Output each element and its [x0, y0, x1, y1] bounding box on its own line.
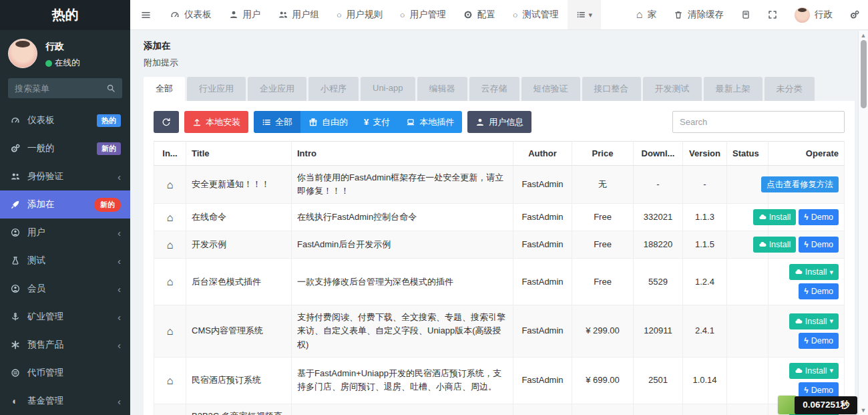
sidebar-item-badge: 新的: [94, 198, 121, 212]
nav-link-配置[interactable]: 配置: [455, 0, 504, 29]
user-avatar[interactable]: [8, 39, 37, 68]
sidebar-item-测试[interactable]: 测试‹: [0, 247, 130, 275]
tab-最新上架[interactable]: 最新上架: [704, 77, 763, 101]
filter-button-支付[interactable]: ¥支付: [356, 111, 398, 133]
demo-button[interactable]: ϟDemo: [799, 237, 839, 253]
demo-button[interactable]: ϟDemo: [799, 209, 839, 225]
tab-编辑器[interactable]: 编辑器: [417, 77, 467, 101]
tabs-menu-button[interactable]: ▾: [568, 0, 602, 29]
row-author: FastAdmin: [513, 357, 572, 404]
home-icon[interactable]: ⌂: [167, 213, 174, 223]
local-install-button[interactable]: 本地安装: [184, 111, 248, 133]
sidebar-item-身份验证[interactable]: 身份验证‹: [0, 162, 130, 190]
column-header-Intro[interactable]: Intro: [292, 142, 513, 166]
tab-接口整合[interactable]: 接口整合: [582, 77, 641, 101]
column-header-Downl...[interactable]: Downl...: [634, 142, 683, 166]
local-install-label: 本地安装: [206, 116, 240, 128]
column-header-Version[interactable]: Version: [683, 142, 727, 166]
table-search-input[interactable]: [680, 117, 837, 127]
table-row: ⌂开发示例FastAdmin后台开发示例FastAdminFree1882201…: [154, 231, 845, 259]
demo-button[interactable]: ϟDemo: [799, 283, 839, 299]
tab-云存储[interactable]: 云存储: [469, 77, 519, 101]
sidebar-item-基金管理[interactable]: ◐基金管理‹: [0, 387, 130, 415]
adjust-icon: ◐: [9, 396, 21, 406]
clear-cache-button[interactable]: 清除缓存: [665, 0, 732, 29]
filter-button-本地插件[interactable]: 本地插件: [398, 111, 462, 133]
sidebar-search-input[interactable]: [15, 84, 106, 94]
column-header-Price[interactable]: Price: [572, 142, 634, 166]
filter-button-全部[interactable]: 全部: [254, 111, 300, 133]
plugin-table: In...TitleIntroAuthorPriceDownl...Versio…: [154, 141, 845, 415]
cloud-download-icon: [758, 213, 767, 221]
scrollbar-thumb[interactable]: [861, 40, 867, 108]
sidebar-item-矿业管理[interactable]: 矿业管理‹: [0, 303, 130, 331]
vertical-scrollbar[interactable]: ▲ ▼: [858, 31, 868, 415]
docs-button[interactable]: [732, 0, 759, 29]
home-icon[interactable]: ⌂: [167, 240, 174, 251]
row-status: [727, 357, 769, 404]
row-version: 2.4.1: [683, 305, 727, 357]
column-header-Status[interactable]: Status: [727, 142, 769, 166]
sidebar-item-添加在[interactable]: 添加在新的: [0, 190, 130, 219]
leaf-icon[interactable]: [778, 396, 797, 414]
profile-menu[interactable]: 行政: [786, 0, 841, 29]
sidebar-item-label: 用户: [27, 227, 45, 239]
column-header-Title[interactable]: Title: [186, 142, 292, 166]
user-panel: 行政 在线的: [0, 30, 130, 76]
column-header-Author[interactable]: Author: [513, 142, 572, 166]
search-icon[interactable]: [106, 84, 116, 93]
scroll-up-icon[interactable]: ▲: [859, 31, 868, 39]
tab-企业应用[interactable]: 企业应用: [248, 77, 306, 101]
home-icon[interactable]: ⌂: [167, 326, 174, 337]
home-icon[interactable]: ⌂: [167, 277, 174, 287]
column-header-In...[interactable]: In...: [154, 142, 186, 166]
sidebar-item-会员[interactable]: 会员‹: [0, 275, 130, 303]
column-header-Operate[interactable]: Operate: [769, 142, 845, 166]
filter-button-自由的[interactable]: 自由的: [300, 111, 356, 133]
install-button[interactable]: Install▾: [789, 313, 839, 329]
install-button[interactable]: Install▾: [789, 264, 839, 280]
tab-开发测试[interactable]: 开发测试: [643, 77, 702, 101]
nav-link-用户管理[interactable]: ○用户管理: [391, 0, 455, 29]
tab-全部[interactable]: 全部: [144, 77, 185, 101]
chevron-left-icon: ‹: [118, 256, 121, 266]
tab-短信验证[interactable]: 短信验证: [521, 77, 580, 101]
nav-link-用户规则[interactable]: ○用户规则: [328, 0, 391, 29]
nav-link-用户[interactable]: 用户: [220, 0, 270, 29]
row-title: B2B2C 多商家短视频直播种草阶梯拼团电商系统: [186, 404, 292, 415]
sidebar-item-badge: 热的: [97, 114, 121, 127]
trace-widget[interactable]: 0.067251秒: [778, 396, 857, 414]
sidebar-item-仪表板[interactable]: 仪表板热的: [0, 106, 130, 134]
toolbar: 本地安装 全部自由的¥支付本地插件 用户信息: [154, 111, 845, 133]
sidebar-toggle-button[interactable]: [130, 0, 162, 29]
tab-行业应用[interactable]: 行业应用: [187, 77, 246, 101]
nav-link-测试管理[interactable]: ○测试管理: [504, 0, 568, 29]
fullscreen-button[interactable]: [759, 0, 786, 29]
row-operate: InstallϟDemo: [769, 204, 845, 231]
sidebar-item-预售产品[interactable]: 预售产品‹: [0, 331, 130, 359]
sidebar-item-label: 矿业管理: [27, 311, 63, 323]
home-icon[interactable]: ⌂: [167, 376, 174, 386]
install-button[interactable]: Install: [753, 237, 797, 253]
install-button[interactable]: Install▾: [789, 363, 839, 379]
userinfo-button[interactable]: 用户信息: [467, 111, 531, 133]
nav-link-label: 仪表板: [184, 9, 212, 21]
home-button[interactable]: ⌂ 家: [628, 0, 665, 29]
fix-notice-button[interactable]: 点击查看修复方法: [761, 176, 839, 192]
filter-button-label: 支付: [373, 116, 390, 128]
home-icon[interactable]: ⌂: [167, 180, 174, 190]
demo-button[interactable]: ϟDemo: [799, 333, 839, 349]
tab-小程序[interactable]: 小程序: [308, 77, 359, 101]
scroll-down-icon[interactable]: ▼: [859, 406, 868, 414]
sidebar-item-一般的[interactable]: 一般的新的: [0, 134, 130, 162]
sidebar-item-代币管理[interactable]: 代币管理: [0, 359, 130, 387]
install-button[interactable]: Install: [753, 209, 797, 225]
nav-link-仪表板[interactable]: 仪表板: [162, 0, 220, 29]
tab-Uni-app[interactable]: Uni-app: [361, 77, 415, 101]
nav-link-用户组[interactable]: 用户组: [270, 0, 329, 29]
tab-未分类[interactable]: 未分类: [765, 77, 815, 101]
settings-button[interactable]: [841, 0, 868, 29]
refresh-button[interactable]: [154, 111, 179, 133]
chevron-left-icon: ‹: [118, 228, 121, 238]
sidebar-item-用户[interactable]: 用户‹: [0, 219, 130, 247]
